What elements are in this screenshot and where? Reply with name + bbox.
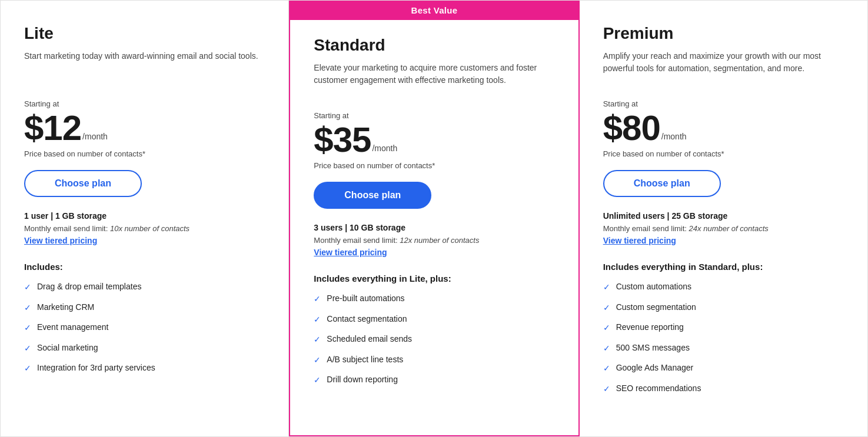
check-icon: ✓ bbox=[603, 302, 610, 314]
check-icon: ✓ bbox=[603, 383, 610, 395]
feature-text: Revenue reporting bbox=[616, 322, 684, 333]
starting-at-label-premium: Starting at bbox=[603, 99, 844, 108]
storage-info-lite: 1 user | 1 GB storage bbox=[24, 211, 265, 221]
feature-text: Event management bbox=[37, 322, 108, 333]
feature-text: Marketing CRM bbox=[37, 302, 94, 313]
feature-text: Custom segmentation bbox=[616, 302, 696, 313]
feature-item: ✓ Drill down reporting bbox=[314, 374, 554, 386]
includes-label-premium: Includes everything in Standard, plus: bbox=[603, 262, 844, 272]
price-period-lite: /month bbox=[82, 132, 108, 141]
plan-description-standard: Elevate your marketing to acquire more c… bbox=[314, 62, 554, 97]
feature-item: ✓ Google Ads Manager bbox=[603, 362, 844, 375]
feature-item: ✓ Scheduled email sends bbox=[314, 333, 554, 346]
plan-name-premium: Premium bbox=[603, 24, 844, 43]
check-icon: ✓ bbox=[314, 314, 321, 326]
view-tiered-pricing-premium[interactable]: View tiered pricing bbox=[603, 236, 676, 245]
price-amount-lite: $12 bbox=[24, 111, 81, 146]
send-limit-standard: Monthly email send limit: 12x number of … bbox=[314, 236, 554, 245]
check-icon: ✓ bbox=[603, 322, 610, 334]
choose-plan-button-lite[interactable]: Choose plan bbox=[24, 170, 142, 197]
feature-text: Scheduled email sends bbox=[327, 333, 412, 345]
check-icon: ✓ bbox=[314, 355, 321, 366]
feature-text: SEO recommendations bbox=[616, 383, 701, 395]
choose-plan-button-standard[interactable]: Choose plan bbox=[314, 182, 431, 209]
feature-item: ✓ Custom automations bbox=[603, 281, 844, 293]
plan-description-lite: Start marketing today with award-winning… bbox=[24, 50, 265, 85]
price-period-standard: /month bbox=[372, 144, 397, 153]
price-note-premium: Price based on number of contacts* bbox=[603, 149, 844, 158]
feature-item: ✓ Social marketing bbox=[24, 342, 265, 355]
check-icon: ✓ bbox=[24, 322, 31, 334]
feature-text: 500 SMS messages bbox=[616, 342, 690, 354]
price-period-premium: /month bbox=[661, 132, 687, 141]
feature-text: Social marketing bbox=[37, 342, 98, 354]
starting-at-label-lite: Starting at bbox=[24, 99, 265, 108]
price-note-standard: Price based on number of contacts* bbox=[314, 161, 554, 170]
feature-list-lite: ✓ Drag & drop email templates ✓ Marketin… bbox=[24, 281, 265, 375]
best-value-banner: Best Value bbox=[289, 1, 579, 20]
check-icon: ✓ bbox=[24, 343, 31, 355]
plan-card-lite: LiteStart marketing today with award-win… bbox=[1, 1, 289, 436]
feature-item: ✓ Drag & drop email templates bbox=[24, 281, 265, 293]
price-row-standard: $35 /month bbox=[314, 122, 554, 158]
feature-item: ✓ A/B subject line tests bbox=[314, 354, 554, 366]
feature-text: Custom automations bbox=[616, 281, 691, 293]
feature-text: Pre-built automations bbox=[327, 293, 404, 305]
price-row-premium: $80 /month bbox=[603, 111, 844, 146]
view-tiered-pricing-lite[interactable]: View tiered pricing bbox=[24, 236, 97, 245]
price-row-lite: $12 /month bbox=[24, 111, 265, 146]
feature-item: ✓ Pre-built automations bbox=[314, 293, 554, 305]
send-limit-premium: Monthly email send limit: 24x number of … bbox=[603, 224, 844, 233]
choose-plan-button-premium[interactable]: Choose plan bbox=[603, 170, 721, 197]
check-icon: ✓ bbox=[24, 282, 31, 293]
send-limit-lite: Monthly email send limit: 10x number of … bbox=[24, 224, 265, 233]
feature-item: ✓ Revenue reporting bbox=[603, 322, 844, 334]
includes-label-lite: Includes: bbox=[24, 262, 265, 272]
feature-text: Integration for 3rd party services bbox=[37, 362, 155, 374]
feature-text: Drag & drop email templates bbox=[37, 281, 141, 293]
storage-info-premium: Unlimited users | 25 GB storage bbox=[603, 211, 844, 221]
plan-description-premium: Amplify your reach and maximize your gro… bbox=[603, 50, 844, 85]
feature-item: ✓ 500 SMS messages bbox=[603, 342, 844, 355]
view-tiered-pricing-standard[interactable]: View tiered pricing bbox=[314, 248, 387, 257]
price-amount-premium: $80 bbox=[603, 111, 660, 146]
feature-list-premium: ✓ Custom automations ✓ Custom segmentati… bbox=[603, 281, 844, 395]
feature-item: ✓ Custom segmentation bbox=[603, 302, 844, 314]
feature-text: A/B subject line tests bbox=[327, 354, 403, 366]
check-icon: ✓ bbox=[603, 363, 610, 375]
feature-text: Drill down reporting bbox=[327, 374, 398, 386]
check-icon: ✓ bbox=[314, 375, 321, 386]
price-amount-standard: $35 bbox=[314, 122, 371, 158]
feature-item: ✓ Integration for 3rd party services bbox=[24, 362, 265, 375]
plan-name-lite: Lite bbox=[24, 24, 265, 43]
check-icon: ✓ bbox=[603, 282, 610, 293]
plan-card-standard: Best ValueStandardElevate your marketing… bbox=[289, 1, 579, 436]
check-icon: ✓ bbox=[603, 343, 610, 355]
includes-label-standard: Includes everything in Lite, plus: bbox=[314, 273, 554, 283]
pricing-container: LiteStart marketing today with award-win… bbox=[0, 0, 868, 437]
feature-item: ✓ SEO recommendations bbox=[603, 383, 844, 395]
starting-at-label-standard: Starting at bbox=[314, 111, 554, 120]
feature-item: ✓ Contact segmentation bbox=[314, 313, 554, 326]
feature-item: ✓ Event management bbox=[24, 322, 265, 334]
storage-info-standard: 3 users | 10 GB storage bbox=[314, 223, 554, 232]
feature-text: Contact segmentation bbox=[327, 313, 407, 325]
check-icon: ✓ bbox=[314, 293, 321, 305]
check-icon: ✓ bbox=[314, 334, 321, 346]
feature-list-standard: ✓ Pre-built automations ✓ Contact segmen… bbox=[314, 293, 554, 386]
plan-name-standard: Standard bbox=[314, 36, 554, 55]
price-note-lite: Price based on number of contacts* bbox=[24, 149, 265, 158]
feature-item: ✓ Marketing CRM bbox=[24, 302, 265, 314]
check-icon: ✓ bbox=[24, 363, 31, 375]
feature-text: Google Ads Manager bbox=[616, 362, 694, 374]
check-icon: ✓ bbox=[24, 302, 31, 314]
plan-card-premium: PremiumAmplify your reach and maximize y… bbox=[580, 1, 867, 436]
